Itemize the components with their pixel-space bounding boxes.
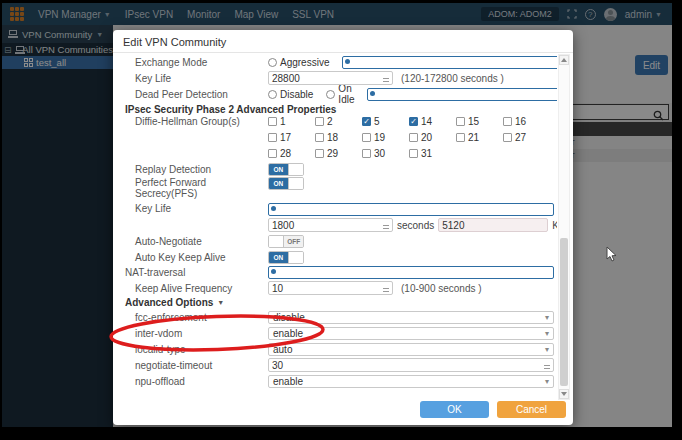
radio-seconds[interactable]: Seconds — [268, 203, 557, 216]
spinner-icon[interactable] — [383, 76, 389, 84]
field-label: Exchange Mode — [135, 57, 268, 68]
form-row-negotiate-timeout: negotiate-timeout 30 — [113, 357, 557, 373]
checkbox-dh-28[interactable]: 28 — [268, 148, 315, 159]
form-row-nat-traversal: NAT-traversal Enable Disable Forced — [113, 265, 557, 280]
dialog-scrollbar[interactable] — [558, 54, 570, 400]
radio-disable[interactable]: Disable — [268, 89, 313, 100]
form-row-keep-alive-frequency: Keep Alive Frequency 10 (10-900 seconds … — [113, 280, 557, 296]
chevron-down-icon: ▾ — [545, 345, 549, 354]
replay-detection-toggle[interactable]: ON — [268, 163, 304, 176]
negotiate-timeout-input[interactable]: 30 — [268, 358, 554, 372]
radio-enable[interactable]: Enable — [268, 266, 557, 279]
checkbox-dh-17[interactable]: 17 — [268, 132, 315, 143]
field-label: Auto Key Keep Alive — [135, 252, 268, 263]
field-label: Diffie-Hellman Group(s) — [135, 116, 268, 127]
unit-label: KB — [552, 220, 557, 231]
field-label: negotiate-timeout — [135, 360, 268, 371]
field-label: Keep Alive Frequency — [135, 283, 268, 294]
checkbox-dh-29[interactable]: 29 — [315, 148, 362, 159]
checkbox-dh-31[interactable]: 31 — [409, 148, 456, 159]
chevron-down-icon: ▼ — [217, 299, 224, 306]
edit-vpn-community-dialog: Edit VPN Community Exchange Mode Aggress… — [113, 30, 573, 425]
radio-icon — [342, 56, 557, 69]
field-label: Dead Peer Detection — [135, 89, 268, 100]
spinner-icon[interactable] — [383, 223, 389, 231]
radio-on-idle[interactable]: On Idle — [326, 83, 354, 105]
checkbox-dh-19[interactable]: 19 — [362, 132, 409, 143]
auto-negotiate-toggle[interactable]: OFF — [268, 235, 304, 248]
form-row-replay-detection: Replay Detection ON — [113, 162, 557, 177]
form-row-key-life-p2: Key Life Seconds KB Both 1800 seconds 51… — [113, 203, 557, 233]
key-life-kb-input: 5120 — [438, 218, 548, 232]
checkbox-dh-21[interactable]: 21 — [456, 132, 503, 143]
form-row-pfs: Perfect Forward Secrecy(PFS) ON — [113, 177, 557, 203]
checkbox-dh-1[interactable]: 1 — [268, 116, 315, 127]
form-row-npu-offload: npu-offload enable ▾ — [113, 373, 557, 389]
section-advanced-options[interactable]: Advanced Options ▼ — [113, 296, 557, 309]
chevron-down-icon: ▾ — [545, 377, 549, 386]
annotation-ellipse — [105, 311, 330, 355]
scrollbar-thumb[interactable] — [560, 238, 568, 386]
field-hint: (120-172800 seconds ) — [401, 73, 504, 84]
chevron-down-icon: ▾ — [545, 313, 549, 322]
field-label: NAT-traversal — [125, 267, 268, 278]
divider — [113, 52, 573, 53]
cancel-button[interactable]: Cancel — [497, 401, 566, 418]
field-label: npu-offload — [135, 376, 268, 387]
mouse-cursor — [606, 246, 618, 263]
radio-aggressive[interactable]: Aggressive — [268, 57, 329, 68]
form-row-dh-groups: Diffie-Hellman Group(s) 1 2 5 14 15 16 1… — [113, 116, 557, 162]
checkbox-dh-20[interactable]: 20 — [409, 132, 456, 143]
checkbox-dh-5[interactable]: 5 — [362, 116, 409, 127]
pfs-toggle[interactable]: ON — [268, 177, 304, 190]
field-label: Perfect Forward Secrecy(PFS) — [135, 177, 268, 199]
radio-icon — [268, 58, 277, 67]
unit-label: seconds — [397, 220, 434, 231]
checkbox-dh-2[interactable]: 2 — [315, 116, 362, 127]
field-label: Key Life — [135, 73, 268, 84]
checkbox-dh-15[interactable]: 15 — [456, 116, 503, 127]
field-hint: (10-900 seconds ) — [401, 283, 482, 294]
scroll-up-icon[interactable] — [559, 55, 569, 65]
form-row-exchange-mode: Exchange Mode Aggressive Main(ID Protect… — [113, 54, 557, 70]
spinner-icon[interactable] — [383, 286, 389, 294]
chevron-down-icon: ▾ — [545, 329, 549, 338]
checkbox-dh-30[interactable]: 30 — [362, 148, 409, 159]
checkbox-dh-18[interactable]: 18 — [315, 132, 362, 143]
field-label: Key Life — [135, 203, 268, 214]
radio-on-demand[interactable]: On Demand — [367, 83, 557, 105]
spinner-icon[interactable] — [544, 363, 550, 371]
field-label: Auto-Negotiate — [135, 236, 268, 247]
key-life-seconds-input[interactable]: 1800 — [268, 218, 393, 232]
form-row-auto-key-keep-alive: Auto Key Keep Alive ON — [113, 249, 557, 265]
checkbox-dh-14[interactable]: 14 — [409, 116, 456, 127]
checkbox-dh-27[interactable]: 27 — [503, 132, 550, 143]
ok-button[interactable]: OK — [420, 401, 489, 418]
field-label: Replay Detection — [135, 164, 268, 175]
keep-alive-frequency-input[interactable]: 10 — [268, 281, 393, 295]
checkbox-dh-16[interactable]: 16 — [503, 116, 550, 127]
dialog-footer: OK Cancel — [113, 395, 573, 425]
form-row-auto-negotiate: Auto-Negotiate OFF — [113, 233, 557, 249]
npu-offload-select[interactable]: enable ▾ — [268, 375, 554, 388]
form-row-dpd: Dead Peer Detection Disable On Idle On D… — [113, 86, 557, 102]
dialog-title: Edit VPN Community — [123, 36, 226, 48]
key-life-input[interactable]: 28800 — [268, 71, 393, 85]
auto-key-keep-alive-toggle[interactable]: ON — [268, 251, 304, 264]
